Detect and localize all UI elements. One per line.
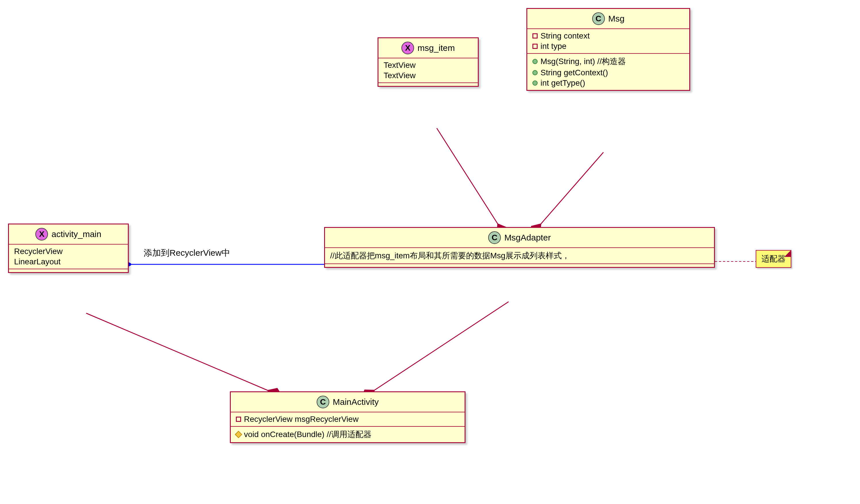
method-row: int getType()	[532, 78, 684, 88]
stereotype-c-icon: C	[317, 396, 329, 408]
comment-row: //此适配器把msg_item布局和其所需要的数据Msg展示成列表样式，	[330, 250, 709, 262]
attribute-row: RecyclerView	[14, 246, 123, 257]
method-row: String getContext()	[532, 68, 684, 78]
class-name: activity_main	[52, 229, 101, 239]
attribute-row: int type	[532, 41, 684, 52]
class-header: X activity_main	[9, 225, 128, 245]
stereotype-x-icon: X	[401, 42, 414, 54]
methods-section	[9, 269, 128, 272]
methods-section: Msg(String, int) //构造器 String getContext…	[527, 54, 689, 90]
stereotype-c-icon: C	[488, 231, 501, 244]
attribute-row: TextView	[384, 70, 473, 81]
private-icon	[532, 44, 538, 49]
stereotype-c-icon: C	[592, 12, 605, 25]
class-header: C MainActivity	[231, 392, 464, 412]
stereotype-x-icon: X	[35, 228, 48, 241]
attribute-row: RecyclerView msgRecyclerView	[236, 414, 459, 424]
class-header: X msg_item	[378, 38, 478, 58]
class-main-activity: C MainActivity RecyclerView msgRecyclerV…	[230, 391, 465, 443]
svg-line-2	[540, 152, 603, 225]
body-section: //此适配器把msg_item布局和其所需要的数据Msg展示成列表样式，	[325, 248, 714, 264]
private-icon	[532, 33, 538, 39]
edge-label-recyclerview: 添加到RecyclerView中	[144, 247, 230, 259]
public-icon	[532, 81, 538, 86]
methods-section	[378, 83, 478, 86]
attributes-section: RecyclerView msgRecyclerView	[231, 412, 464, 427]
attribute-row: LinearLayout	[14, 257, 123, 267]
methods-section	[325, 264, 714, 267]
class-msg-item: X msg_item TextView TextView	[377, 37, 479, 87]
private-icon	[236, 417, 241, 422]
methods-section: void onCreate(Bundle) //调用适配器	[231, 427, 464, 442]
attributes-section: RecyclerView LinearLayout	[9, 245, 128, 269]
svg-line-4	[86, 313, 269, 391]
protected-icon	[235, 431, 242, 438]
attribute-row: TextView	[384, 60, 473, 70]
svg-line-1	[437, 128, 498, 225]
attributes-section: TextView TextView	[378, 58, 478, 83]
class-name: MainActivity	[333, 397, 379, 407]
method-row: Msg(String, int) //构造器	[532, 56, 684, 68]
attribute-row: String context	[532, 31, 684, 41]
note-text: 适配器	[761, 254, 786, 263]
attributes-section: String context int type	[527, 29, 689, 54]
class-msg: C Msg String context int type Msg(String…	[526, 8, 690, 91]
note-adapter: 适配器	[756, 250, 791, 268]
class-name: Msg	[608, 14, 625, 24]
public-icon	[532, 70, 538, 75]
class-name: msg_item	[417, 43, 455, 53]
public-icon	[532, 59, 538, 64]
class-header: C Msg	[527, 9, 689, 29]
svg-line-5	[374, 302, 508, 391]
class-msg-adapter: C MsgAdapter //此适配器把msg_item布局和其所需要的数据Ms…	[324, 227, 715, 268]
method-row: void onCreate(Bundle) //调用适配器	[236, 429, 459, 441]
class-header: C MsgAdapter	[325, 228, 714, 248]
class-activity-main: X activity_main RecyclerView LinearLayou…	[8, 224, 129, 273]
class-name: MsgAdapter	[504, 233, 551, 243]
